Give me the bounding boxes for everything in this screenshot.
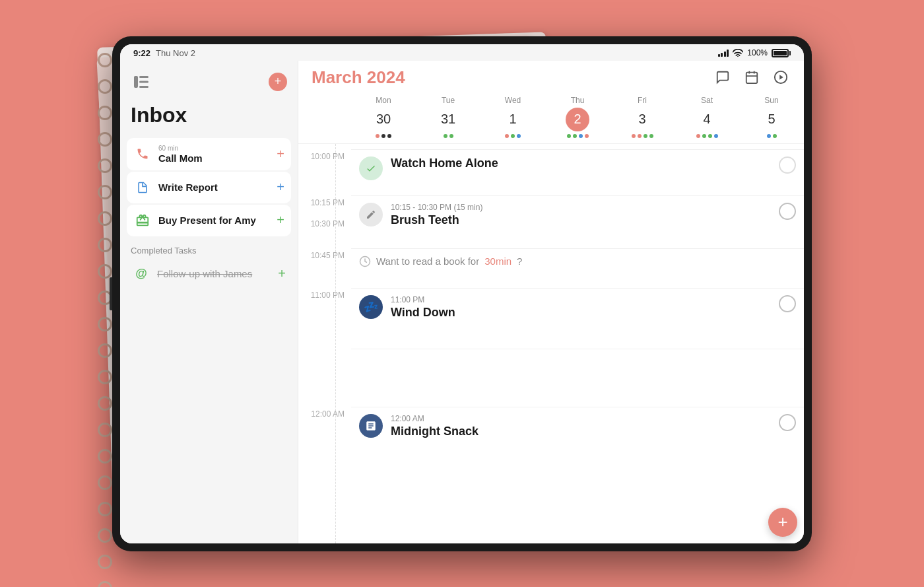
sidebar: + Inbox 60 min C	[120, 61, 298, 543]
event-wind-down[interactable]: 💤 11:00 PM Wind Down	[359, 293, 796, 322]
add-task-button[interactable]: +	[269, 73, 287, 91]
day-dots	[739, 134, 804, 138]
sidebar-toggle-icon	[134, 76, 148, 88]
main-content: + Inbox 60 min C	[120, 61, 804, 543]
task-add-button[interactable]: +	[277, 147, 284, 162]
day-number: 4	[695, 108, 719, 131]
day-dots	[610, 134, 675, 138]
phone-icon	[133, 145, 152, 163]
suggestion-text-after: ?	[517, 256, 522, 267]
completed-task-name: Follow-up with James	[157, 268, 271, 279]
empty-slot	[298, 349, 804, 401]
battery-percent: 100%	[747, 48, 768, 57]
slot-content: Want to read a book for 30min ?	[351, 248, 804, 283]
task-call-mom-content: 60 min Call Mom	[158, 145, 270, 164]
sidebar-header: +	[120, 67, 298, 100]
calendar-month: March	[312, 67, 362, 87]
task-item-buy-present[interactable]: Buy Present for Amy +	[127, 205, 291, 236]
svg-marker-10	[779, 75, 783, 79]
slot-content: 💤 11:00 PM Wind Down	[351, 288, 804, 349]
time-slot-midnight: 12:00 AM 12:00 AM Midnight	[298, 401, 804, 461]
day-name: Tue	[416, 96, 480, 105]
day-col-sun[interactable]: Sun 5	[739, 93, 804, 141]
day-number: 3	[630, 108, 654, 131]
gift-icon	[133, 211, 152, 230]
week-header: Mon 30 Tue 31	[298, 88, 804, 144]
status-icons: 100%	[718, 48, 791, 57]
timer-button[interactable]	[771, 67, 791, 87]
calendar-view-button[interactable]	[742, 67, 762, 87]
event-checkbox[interactable]	[779, 203, 796, 220]
event-checkbox[interactable]	[779, 295, 796, 312]
signal-icon	[718, 49, 729, 57]
time-slot-11pm: 11:00 PM 💤 11:00 PM Wind Down	[298, 283, 804, 349]
fab-add-button[interactable]: +	[768, 508, 797, 537]
calendar-header: March 2024	[298, 61, 804, 88]
chat-button[interactable]	[713, 67, 733, 87]
completed-task-follow-up[interactable]: @ Follow-up with James +	[120, 261, 298, 287]
task-item-write-report[interactable]: Write Report +	[127, 172, 291, 203]
calendar-title: March 2024	[312, 67, 405, 88]
slot-content: Watch Home Alone	[351, 149, 804, 190]
time-label: 12:00 AM	[298, 407, 351, 461]
event-time: 12:00 AM	[391, 414, 771, 423]
day-col-sat[interactable]: Sat 4	[675, 93, 739, 141]
day-name: Sun	[739, 96, 804, 105]
event-circle	[359, 203, 383, 226]
task-name: Call Mom	[158, 153, 270, 164]
task-name: Buy Present for Amy	[158, 215, 270, 226]
sidebar-toggle-button[interactable]	[131, 71, 152, 92]
day-col-fri[interactable]: Fri 3	[610, 93, 675, 141]
ipad-side-button	[110, 277, 112, 310]
day-name: Mon	[351, 96, 416, 105]
task-duration: 60 min	[158, 145, 270, 152]
completed-task-add-button[interactable]: +	[278, 266, 286, 281]
event-title: Wind Down	[391, 306, 771, 320]
event-checkbox[interactable]	[779, 414, 796, 431]
sleep-icon: 💤	[364, 300, 378, 314]
task-add-button[interactable]: +	[277, 213, 284, 228]
event-midnight-snack[interactable]: 12:00 AM Midnight Snack	[359, 411, 796, 441]
day-col-wed[interactable]: Wed 1	[480, 93, 545, 141]
day-name: Thu	[545, 96, 610, 105]
day-number: 31	[436, 108, 460, 131]
day-col-mon[interactable]: Mon 30	[351, 93, 416, 141]
task-item-call-mom[interactable]: 60 min Call Mom +	[127, 138, 291, 170]
event-circle: 💤	[359, 295, 383, 319]
svg-rect-4	[139, 86, 148, 88]
event-time: 10:15 - 10:30 PM (15 min)	[391, 203, 771, 212]
svg-rect-5	[746, 73, 758, 84]
suggestion-row[interactable]: Want to read a book for 30min ?	[359, 253, 796, 270]
header-actions	[713, 67, 791, 87]
event-info: Watch Home Alone	[391, 156, 771, 170]
event-title: Brush Teeth	[391, 213, 771, 227]
task-write-report-content: Write Report	[158, 182, 270, 193]
event-checkbox[interactable]	[779, 156, 796, 174]
event-watch-home-alone[interactable]: Watch Home Alone	[359, 154, 796, 183]
event-time: 11:00 PM	[391, 295, 771, 304]
event-title: Watch Home Alone	[391, 156, 771, 170]
time-label: 10:45 PM	[298, 248, 351, 283]
calendar-area: March 2024	[298, 61, 804, 543]
status-bar: 9:22 Thu Nov 2 100%	[120, 44, 804, 61]
task-add-button[interactable]: +	[277, 180, 284, 195]
time-label: 11:00 PM	[298, 288, 351, 349]
event-title: Midnight Snack	[391, 425, 771, 438]
day-col-thu[interactable]: Thu 2	[545, 93, 610, 141]
event-circle	[359, 414, 383, 438]
fab-plus-icon: +	[777, 513, 787, 530]
day-name: Sat	[675, 96, 739, 105]
day-name: Fri	[610, 96, 675, 105]
day-number: 1	[501, 108, 525, 131]
time-label: 10:00 PM	[298, 149, 351, 190]
time-slot-1015pm: 10:15 PM 10:30 PM 10:15 - 10:30 PM (15 m…	[298, 190, 804, 243]
day-col-tue[interactable]: Tue 31	[416, 93, 480, 141]
spiral-binding	[98, 53, 112, 587]
calendar-year-highlight: 2024	[367, 67, 405, 87]
task-buy-present-content: Buy Present for Amy	[158, 215, 270, 226]
time-label-1015: 10:15 PM	[298, 195, 351, 207]
ipad-screen: 9:22 Thu Nov 2 100%	[120, 44, 804, 543]
event-brush-teeth[interactable]: 10:15 - 10:30 PM (15 min) Brush Teeth	[359, 200, 796, 230]
calendar-scroll[interactable]: 10:00 PM Watch Home Alone	[298, 144, 804, 543]
task-list: 60 min Call Mom + Write Rep	[120, 138, 298, 236]
